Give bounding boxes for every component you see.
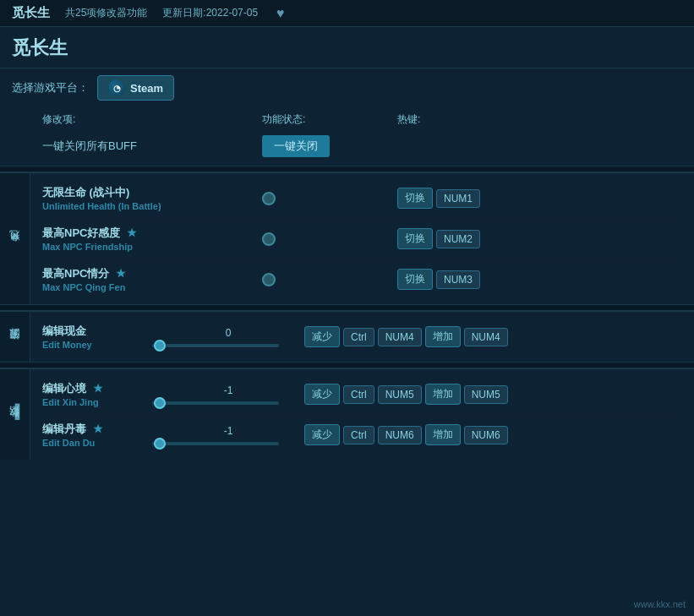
inc-key-dandu: NUM6 <box>464 426 508 444</box>
mod-name-health: 无限生命 (战斗中) Unlimited Health (In Battle) <box>42 185 262 211</box>
resources-icon: ⊞ <box>9 325 20 341</box>
mod-zh-friendship: 最高NPC好感度 ★ <box>42 226 262 241</box>
col-status-header: 功能状态: <box>262 112 397 127</box>
header-title: 觅长生 <box>12 5 50 21</box>
resources-category-section: ⊞ 资源 编辑现金 Edit Money 0 减少 Ctrl NUM4 增加 N… <box>0 311 694 362</box>
slider-value-xinjing: -1 <box>152 384 304 396</box>
data-label: 数据 <box>8 422 22 426</box>
slider-thumb-xinjing[interactable] <box>154 397 166 409</box>
increase-btn-xinjing[interactable]: 增加 <box>425 384 461 405</box>
steam-label: Steam <box>130 82 163 95</box>
slider-thumb-money[interactable] <box>154 340 166 352</box>
toggle-friendship[interactable] <box>262 232 276 246</box>
modifier-row-health: 无限生命 (战斗中) Unlimited Health (In Battle) … <box>42 178 682 219</box>
global-close-label: 一键关闭所有BUFF <box>42 139 262 154</box>
toggle-qingfen[interactable] <box>262 273 276 286</box>
mod-hotkey-qingfen: 切换 NUM3 <box>397 269 682 290</box>
main-title-section: 觅长生 <box>0 27 694 68</box>
data-icon: ▐ <box>10 404 19 419</box>
resources-content: 编辑现金 Edit Money 0 减少 Ctrl NUM4 增加 NUM4 <box>30 312 694 362</box>
slider-control-money: 0 <box>152 327 304 347</box>
star-icon-qingfen: ★ <box>116 267 126 280</box>
slider-zh-dandu: 编辑丹毒 ★ <box>42 422 152 437</box>
slider-row-xinjing: 编辑心境 ★ Edit Xin Jing -1 减少 Ctrl NUM5 增加 … <box>42 374 682 415</box>
reduce-btn-dandu[interactable]: 减少 <box>304 424 340 445</box>
mod-zh-qingfen: 最高NPC情分 ★ <box>42 266 262 281</box>
platform-label: 选择游戏平台： <box>12 80 89 95</box>
section-divider-bot <box>0 362 694 368</box>
mod-zh-health: 无限生命 (战斗中) <box>42 185 262 200</box>
slider-hotkeys-dandu: 减少 Ctrl NUM6 增加 NUM6 <box>304 424 682 445</box>
hotkey-key-health: NUM1 <box>436 189 480 208</box>
steam-logo-icon: ◔ <box>108 79 125 96</box>
hotkey-switch-health[interactable]: 切换 <box>397 188 433 209</box>
heart-icon[interactable]: ♥ <box>276 6 285 21</box>
hotkey-key-friendship: NUM2 <box>436 230 480 248</box>
slider-en-money: Edit Money <box>42 340 152 350</box>
inc-key-money: NUM4 <box>464 328 508 346</box>
ctrl-label-xinjing: Ctrl <box>343 385 374 404</box>
slider-name-dandu: 编辑丹毒 ★ Edit Dan Du <box>42 422 152 448</box>
data-category-section: ▐ 数据 编辑心境 ★ Edit Xin Jing -1 减少 Ctrl NUM… <box>0 368 694 460</box>
slider-track-money[interactable] <box>152 344 279 347</box>
mod-en-friendship: Max NPC Friendship <box>42 242 262 252</box>
header-date: 更新日期:2022-07-05 <box>162 6 258 20</box>
slider-value-dandu: -1 <box>152 425 304 437</box>
section-divider-top <box>0 166 694 172</box>
inc-key-xinjing: NUM5 <box>464 385 508 404</box>
slider-track-xinjing[interactable] <box>152 401 279 405</box>
slider-hotkeys-xinjing: 减少 Ctrl NUM5 增加 NUM5 <box>304 384 682 405</box>
star-icon-dandu: ★ <box>93 422 103 435</box>
top-header: 觅长生 共25项修改器功能 更新日期:2022-07-05 ♥ <box>0 0 694 27</box>
platform-section: 选择游戏平台： ◔ Steam <box>0 68 694 107</box>
slider-zh-money: 编辑现金 <box>42 324 152 339</box>
slider-row-dandu: 编辑丹毒 ★ Edit Dan Du -1 减少 Ctrl NUM6 增加 NU… <box>42 415 682 455</box>
reduce-btn-xinjing[interactable]: 减少 <box>304 384 340 405</box>
steam-button[interactable]: ◔ Steam <box>97 75 174 101</box>
reduce-btn-money[interactable]: 减少 <box>304 326 340 347</box>
increase-btn-dandu[interactable]: 增加 <box>425 424 461 445</box>
slider-value-money: 0 <box>152 327 304 339</box>
slider-en-dandu: Edit Dan Du <box>42 438 152 448</box>
mod-status-friendship <box>262 232 397 246</box>
modifier-header: 修改项: 功能状态: 热键: <box>0 107 694 130</box>
resources-label: 资源 <box>8 345 22 348</box>
ctrl-label-money: Ctrl <box>343 328 374 346</box>
mod-status-qingfen <box>262 273 397 286</box>
dec-key-money: NUM4 <box>378 328 422 346</box>
slider-control-xinjing: -1 <box>152 384 304 405</box>
slider-hotkeys-money: 减少 Ctrl NUM4 增加 NUM4 <box>304 326 682 347</box>
hotkey-switch-friendship[interactable]: 切换 <box>397 228 433 249</box>
mod-hotkey-friendship: 切换 NUM2 <box>397 228 682 249</box>
increase-btn-money[interactable]: 增加 <box>425 326 461 347</box>
hotkey-key-qingfen: NUM3 <box>436 270 480 289</box>
data-content: 编辑心境 ★ Edit Xin Jing -1 减少 Ctrl NUM5 增加 … <box>30 369 694 460</box>
section-divider-mid <box>0 304 694 311</box>
slider-control-dandu: -1 <box>152 425 304 445</box>
modifier-row-qingfen: 最高NPC情分 ★ Max NPC Qing Fen 切换 NUM3 <box>42 259 682 299</box>
character-icon: ⚔ <box>9 227 21 243</box>
dec-key-xinjing: NUM5 <box>378 385 422 404</box>
mod-hotkey-health: 切换 NUM1 <box>397 188 682 209</box>
hotkey-switch-qingfen[interactable]: 切换 <box>397 269 433 290</box>
slider-track-dandu[interactable] <box>152 442 279 445</box>
modifier-row-friendship: 最高NPC好感度 ★ Max NPC Friendship 切换 NUM2 <box>42 219 682 259</box>
mod-name-qingfen: 最高NPC情分 ★ Max NPC Qing Fen <box>42 266 262 292</box>
character-sidebar: ⚔ 角色 <box>0 173 30 304</box>
slider-zh-xinjing: 编辑心境 ★ <box>42 381 152 396</box>
col-name-header: 修改项: <box>42 112 262 127</box>
data-sidebar: ▐ 数据 <box>0 369 30 460</box>
slider-en-xinjing: Edit Xin Jing <box>42 397 152 407</box>
mod-name-friendship: 最高NPC好感度 ★ Max NPC Friendship <box>42 226 262 252</box>
slider-row-money: 编辑现金 Edit Money 0 减少 Ctrl NUM4 增加 NUM4 <box>42 317 682 357</box>
ctrl-label-dandu: Ctrl <box>343 426 374 444</box>
col-hotkey-header: 热键: <box>397 112 566 127</box>
main-title: 觅长生 <box>12 35 682 61</box>
slider-thumb-dandu[interactable] <box>154 438 166 450</box>
toggle-health[interactable] <box>262 192 276 205</box>
global-close-row: 一键关闭所有BUFF 一键关闭 <box>0 130 694 166</box>
dec-key-dandu: NUM6 <box>378 426 422 444</box>
one-key-close-button[interactable]: 一键关闭 <box>262 135 330 157</box>
star-icon-friendship: ★ <box>127 226 137 239</box>
character-category-section: ⚔ 角色 无限生命 (战斗中) Unlimited Health (In Bat… <box>0 172 694 304</box>
